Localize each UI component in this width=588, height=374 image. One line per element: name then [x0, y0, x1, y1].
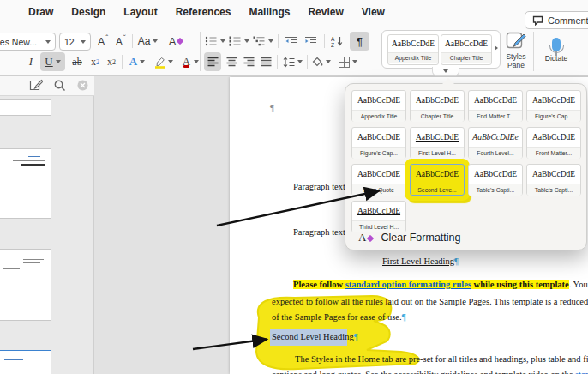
style-label: End Matter T...: [469, 110, 522, 122]
style-swatch-figure-s-cap[interactable]: AaBbCcDdEFigure's Cap...: [526, 90, 581, 122]
comments-button[interactable]: Comments: [525, 11, 588, 29]
strikethrough-button[interactable]: ab: [69, 53, 86, 70]
style-swatch-fourth-level[interactable]: AaBbCcDdEeFourth Level...: [468, 127, 523, 159]
show-formatting-marks-button[interactable]: ¶: [350, 32, 369, 51]
dictate-label: Dictate: [545, 55, 567, 63]
styles-grid: AaBbCcDdEAppendix TitleAaBbCcDdEChapter …: [351, 90, 582, 232]
italic-button[interactable]: I: [25, 53, 37, 70]
page-thumbnail-3[interactable]: [0, 249, 51, 321]
font-size-value: 12: [64, 37, 75, 47]
style-swatch-chapter-title[interactable]: AaBbCcDdEChapter Title: [410, 90, 465, 122]
page-thumbnail-4-selected[interactable]: [0, 350, 51, 374]
justify-icon: [261, 57, 272, 67]
paragraph-line[interactable]: Paragraph text.¶: [293, 227, 351, 237]
style-swatch-appendix-title[interactable]: AaBbCcDdEAppendix Title: [351, 90, 406, 122]
menu-tab-review[interactable]: Review: [308, 6, 343, 18]
menu-tab-draw[interactable]: Draw: [28, 6, 53, 18]
style-swatch-end-matter-t[interactable]: AaBbCcDdEEnd Matter T...: [468, 90, 523, 122]
body-line-5[interactable]: captions and long quotes. See the access…: [272, 370, 588, 374]
sort-az-icon: AZ: [331, 35, 344, 47]
shading-button[interactable]: [310, 53, 333, 70]
align-right-button[interactable]: [241, 53, 256, 70]
style-swatch-front-matter[interactable]: AaBbCcDdEFront Matter...: [526, 127, 581, 159]
body-line-3[interactable]: of the Sample Pages for ease of use.¶: [272, 312, 405, 322]
separator: [122, 55, 123, 69]
style-swatch-figure-s-cap[interactable]: AaBbCcDdEFigure's Cap...: [351, 127, 406, 159]
microphone-icon: [552, 38, 561, 51]
font-color-button[interactable]: A: [179, 53, 201, 70]
gallery-next-icon[interactable]: [495, 45, 498, 51]
new-comment-icon[interactable]: [29, 79, 43, 92]
highlighter-icon: [154, 56, 165, 69]
chevron-down-icon: [56, 60, 61, 63]
increase-indent-button[interactable]: [302, 33, 320, 50]
menu-tab-mailings[interactable]: Mailings: [249, 6, 290, 18]
ribbon: Draw Design Layout References Mailings R…: [0, 0, 588, 76]
multilevel-list-button[interactable]: [253, 33, 273, 50]
menu-tab-references[interactable]: References: [176, 6, 231, 18]
menu-tab-layout[interactable]: Layout: [123, 6, 157, 18]
page-thumbnail-1[interactable]: [0, 99, 51, 116]
align-left-button[interactable]: [204, 52, 221, 71]
clear-formatting-label: Clear Formatting: [381, 232, 460, 244]
borders-icon: [339, 57, 350, 68]
style-swatch-table-s-capti[interactable]: AaBbCcDdETable's Capti...: [468, 164, 523, 196]
style-swatch-long-quote[interactable]: AaBbCcDdELong Quote: [351, 164, 406, 196]
formatting-rules-link[interactable]: standard option formatting rules: [345, 280, 471, 289]
justify-button[interactable]: [258, 53, 273, 70]
change-case-button[interactable]: Aa: [136, 33, 159, 50]
chevron-down-icon: [81, 40, 86, 44]
style-preview: AaBbCcDdE: [352, 91, 405, 110]
style-preview: AaBbCcDdE: [388, 35, 438, 52]
highlight-color-button[interactable]: [152, 53, 176, 70]
second-level-heading[interactable]: Second Level Heading¶: [272, 332, 357, 341]
grow-font-button[interactable]: Aˆ: [94, 33, 111, 50]
subscript-button[interactable]: x2: [88, 53, 102, 70]
style-preview: AaBbCcDdE: [352, 128, 405, 147]
style-preview: AaBbCcDdE: [527, 165, 580, 184]
comments-label: Comments: [548, 15, 588, 26]
borders-button[interactable]: [336, 53, 360, 70]
styles-pane-button[interactable]: Styles Pane: [501, 31, 531, 70]
body-line-1[interactable]: Please follow standard option formatting…: [293, 280, 588, 289]
style-swatch-table-s-capti[interactable]: AaBbCcDdETable's Capti...: [526, 164, 581, 196]
font-size-combo[interactable]: 12: [59, 33, 91, 51]
style-swatch-second-leve[interactable]: AaBbCcDdESecond Leve...: [410, 164, 465, 196]
underline-button[interactable]: U: [40, 52, 65, 71]
paragraph-line[interactable]: Paragraph text.¶: [293, 182, 351, 191]
svg-text:Z: Z: [331, 42, 334, 48]
align-center-button[interactable]: [224, 53, 239, 70]
shrink-font-button[interactable]: Aˇ: [113, 33, 129, 50]
superscript-button[interactable]: x2: [105, 53, 118, 70]
first-level-heading[interactable]: First Level Heading¶: [382, 256, 459, 266]
bullets-button[interactable]: [205, 33, 225, 50]
menu-tab-design[interactable]: Design: [71, 6, 105, 18]
line-spacing-button[interactable]: [281, 53, 303, 70]
standard-link[interactable]: standard: [575, 370, 588, 374]
style-preview: AaBbCcDdE: [411, 91, 464, 110]
gallery-style-appendix-title[interactable]: AaBbCcDdE Appendix Title: [387, 34, 439, 65]
gallery-style-chapter-title[interactable]: AaBbCcDdE Chapter Title: [441, 34, 492, 65]
sort-button[interactable]: AZ: [328, 33, 345, 50]
decrease-indent-button[interactable]: [282, 33, 300, 50]
eraser-icon: [177, 38, 183, 45]
body-line-2[interactable]: expected to follow all the rules laid ou…: [272, 297, 588, 306]
font-name-combo[interactable]: nes New...: [0, 33, 56, 51]
search-icon[interactable]: [54, 80, 66, 92]
gallery-expand-button[interactable]: [432, 67, 459, 76]
close-icon[interactable]: [77, 80, 88, 91]
text-effects-button[interactable]: A: [126, 53, 148, 70]
style-label: Front Matter...: [527, 147, 580, 159]
dictate-button[interactable]: Dictate: [538, 31, 574, 70]
page-thumbnail-2[interactable]: [0, 148, 51, 219]
numbering-button[interactable]: [229, 33, 249, 50]
menu-tab-view[interactable]: View: [362, 6, 385, 18]
clear-formatting-button[interactable]: A: [165, 33, 186, 50]
styles-gallery-dropdown: AaBbCcDdEAppendix TitleAaBbCcDdEChapter …: [345, 83, 587, 250]
style-swatch-first-level-h[interactable]: AaBbCcDdEFirst Level H...: [410, 127, 465, 159]
body-line-4[interactable]: The Styles in the Home tab are pre-set f…: [295, 354, 588, 364]
clear-formatting-item[interactable]: A Clear Formatting: [346, 226, 585, 249]
style-preview: AaBbCcDdE: [527, 91, 580, 110]
align-right-icon: [243, 57, 255, 67]
chevron-down-icon: [352, 60, 357, 63]
